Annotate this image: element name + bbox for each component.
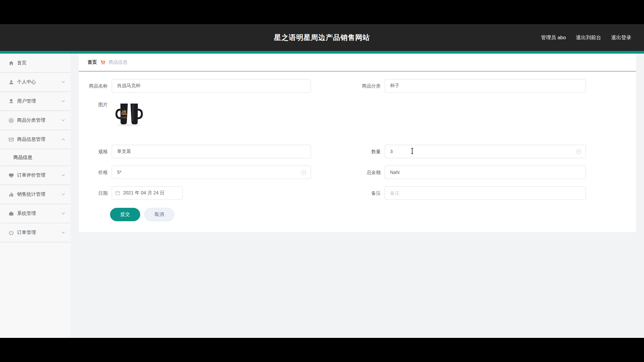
sidebar-subitem-label: 商品信息	[13, 155, 32, 161]
sidebar-item-label: 系统管理	[17, 210, 61, 217]
header-nav: 管理员 abo 退出到前台 退出登录	[541, 24, 631, 51]
sidebar-item-label: 订单管理	[17, 230, 61, 236]
date-input[interactable]	[112, 186, 183, 200]
sidebar-item-label: 商品信息管理	[17, 136, 61, 142]
chevron-up-icon	[61, 138, 65, 141]
breadcrumb-current: 商品信息	[109, 59, 127, 65]
quantity-input[interactable]	[385, 145, 586, 158]
field-quantity: 数量 ✕	[352, 145, 586, 158]
target-icon	[8, 118, 14, 123]
screen: 星之语明星周边产品销售网站 管理员 abo 退出到前台 退出登录 首页 个人中心	[0, 0, 644, 362]
stamp-icon	[8, 99, 14, 104]
product-image[interactable]: 战 1005	[112, 100, 147, 129]
monitor-icon	[8, 173, 14, 178]
cancel-button[interactable]: 取消	[144, 208, 174, 221]
letterbox-bottom	[0, 338, 644, 362]
sidebar-item-profile[interactable]: 个人中心	[0, 73, 70, 92]
price-input[interactable]	[112, 166, 311, 179]
home-icon	[8, 60, 14, 66]
accent-strip	[0, 51, 644, 54]
chevron-down-icon	[61, 119, 65, 122]
app-header: 星之语明星周边产品销售网站 管理员 abo 退出到前台 退出登录	[0, 24, 644, 51]
remark-input[interactable]	[385, 186, 586, 200]
svg-text:1005: 1005	[121, 116, 126, 119]
chevron-down-icon	[61, 81, 65, 83]
spec-input[interactable]	[112, 145, 311, 158]
sidebar-item-home[interactable]: 首页	[0, 54, 70, 73]
sidebar-item-system[interactable]: 系统管理	[0, 204, 70, 223]
calendar-icon	[115, 190, 120, 195]
remark-label: 备注	[352, 186, 381, 200]
form-actions: 提交 取消	[110, 208, 174, 221]
sidebar-item-sales-stats[interactable]: 销售统计管理	[0, 185, 70, 204]
sidebar-item-label: 销售统计管理	[17, 191, 61, 197]
field-price: 价格 ✕	[79, 166, 311, 179]
chevron-down-icon	[61, 193, 65, 196]
field-spec: 规格	[79, 145, 311, 158]
briefcase-icon	[8, 211, 14, 217]
chevron-down-icon	[61, 174, 65, 177]
sidebar-item-label: 商品分类管理	[17, 117, 61, 123]
app-title: 星之语明星周边产品销售网站	[274, 33, 370, 42]
field-remark: 备注	[352, 186, 586, 200]
clear-icon[interactable]: ✕	[301, 170, 306, 175]
field-date: 日期	[79, 186, 183, 200]
field-image: 图片 战 1005	[79, 100, 147, 129]
chevron-down-icon	[61, 231, 65, 234]
sidebar-subitem-product-info[interactable]: 商品信息	[0, 149, 70, 166]
product-name-label: 商品名称	[79, 79, 108, 93]
logout-link[interactable]: 退出登录	[611, 35, 631, 41]
black-mugs-photo: 战 1005	[112, 101, 146, 128]
cart-icon	[100, 60, 105, 65]
sidebar-item-product-categories[interactable]: 商品分类管理	[0, 111, 70, 130]
category-label: 商品分类	[352, 79, 381, 93]
breadcrumb: 首页 商品信息	[79, 54, 636, 71]
clear-icon[interactable]: ✕	[576, 149, 581, 154]
power-icon	[8, 230, 14, 236]
exit-to-front-link[interactable]: 退出到前台	[576, 35, 601, 41]
price-label: 价格	[79, 166, 108, 179]
product-name-input[interactable]	[112, 79, 311, 93]
date-label: 日期	[79, 186, 108, 200]
submit-button[interactable]: 提交	[110, 208, 140, 221]
chevron-down-icon	[61, 100, 65, 103]
sidebar-item-label: 用户管理	[17, 98, 61, 104]
chevron-down-icon	[61, 212, 65, 215]
sidebar-item-orders[interactable]: 订单管理	[0, 223, 70, 242]
field-category: 商品分类	[352, 79, 586, 93]
svg-text:战: 战	[121, 110, 127, 115]
field-total: 总金额	[352, 166, 586, 179]
total-input[interactable]	[385, 166, 586, 179]
page-body: 首页 个人中心 用户管理	[0, 54, 644, 338]
content-card: 首页 商品信息 商品名称 商品分类	[79, 54, 636, 232]
bar-chart-icon	[8, 192, 14, 197]
sidebar-item-order-reviews[interactable]: 订单评价管理	[0, 166, 70, 185]
total-label: 总金额	[352, 166, 381, 179]
mail-icon	[8, 137, 14, 142]
admin-user-link[interactable]: 管理员 abo	[541, 35, 566, 41]
breadcrumb-home[interactable]: 首页	[88, 59, 97, 65]
person-icon	[8, 79, 14, 85]
quantity-label: 数量	[352, 145, 381, 158]
letterbox-top	[0, 0, 644, 24]
category-input[interactable]	[385, 79, 586, 93]
sidebar: 首页 个人中心 用户管理	[0, 54, 70, 338]
sidebar-item-label: 订单评价管理	[17, 172, 61, 178]
sidebar-item-label: 首页	[17, 60, 65, 66]
field-product-name: 商品名称	[79, 79, 311, 93]
sidebar-item-label: 个人中心	[17, 79, 61, 85]
sidebar-item-product-info[interactable]: 商品信息管理	[0, 130, 70, 149]
spec-label: 规格	[79, 145, 108, 158]
image-label: 图片	[79, 100, 108, 108]
sidebar-item-users[interactable]: 用户管理	[0, 92, 70, 111]
